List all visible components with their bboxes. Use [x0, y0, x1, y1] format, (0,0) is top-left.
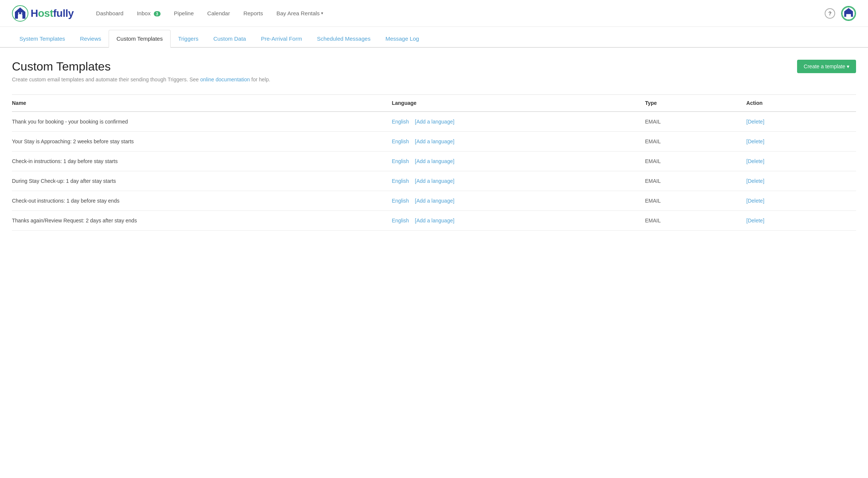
main-nav: Dashboard Inbox 3 Pipeline Calendar Repo…: [96, 10, 825, 16]
inbox-badge: 3: [154, 11, 161, 16]
page-header: Custom Templates Create a template ▾: [12, 60, 856, 74]
add-language-link[interactable]: [Add a language]: [415, 218, 454, 224]
add-language-link[interactable]: [Add a language]: [415, 119, 454, 125]
tab-pre-arrival-form[interactable]: Pre-Arrival Form: [253, 30, 309, 48]
tab-custom-data[interactable]: Custom Data: [206, 30, 253, 48]
row-type: EMAIL: [645, 112, 746, 132]
table-row: During Stay Check-up: 1 day after stay s…: [12, 171, 856, 191]
row-name: Your Stay is Approaching: 2 weeks before…: [12, 132, 392, 151]
language-link[interactable]: English: [392, 138, 409, 144]
templates-table-wrap: Name Language Type Action Thank you for …: [12, 94, 856, 231]
row-action: [Delete]: [746, 112, 856, 132]
templates-table: Name Language Type Action Thank you for …: [12, 95, 856, 231]
header: H Hostfully Dashboard Inbox 3 Pipeline C…: [0, 0, 868, 27]
delete-link[interactable]: [Delete]: [746, 218, 764, 224]
page-description: Create custom email templates and automa…: [12, 76, 856, 82]
tab-system-templates[interactable]: System Templates: [12, 30, 72, 48]
tab-custom-templates[interactable]: Custom Templates: [109, 30, 171, 48]
row-name: Thank you for booking - your booking is …: [12, 112, 392, 132]
help-button[interactable]: ?: [825, 8, 835, 19]
col-action: Action: [746, 95, 856, 112]
add-language-link[interactable]: [Add a language]: [415, 198, 454, 204]
row-type: EMAIL: [645, 191, 746, 211]
col-language: Language: [392, 95, 645, 112]
chevron-down-icon: ▾: [321, 11, 323, 16]
table-row: Check-out instructions: 1 day before sta…: [12, 191, 856, 211]
add-language-link[interactable]: [Add a language]: [415, 138, 454, 144]
language-link[interactable]: English: [392, 158, 409, 164]
col-type: Type: [645, 95, 746, 112]
nav-account[interactable]: Bay Area Rentals ▾: [276, 10, 323, 16]
main-content: Custom Templates Create a template ▾ Cre…: [0, 48, 868, 231]
page-title: Custom Templates: [12, 60, 111, 74]
add-language-link[interactable]: [Add a language]: [415, 178, 454, 184]
row-name: Thanks again/Review Request: 2 days afte…: [12, 211, 392, 231]
row-type: EMAIL: [645, 132, 746, 151]
row-language: English [Add a language]: [392, 132, 645, 151]
table-header: Name Language Type Action: [12, 95, 856, 112]
language-link[interactable]: English: [392, 119, 409, 125]
row-action: [Delete]: [746, 211, 856, 231]
tab-triggers[interactable]: Triggers: [171, 30, 206, 48]
row-action: [Delete]: [746, 191, 856, 211]
nav-dashboard[interactable]: Dashboard: [96, 10, 123, 16]
row-type: EMAIL: [645, 171, 746, 191]
nav-calendar[interactable]: Calendar: [207, 10, 230, 16]
nav-pipeline[interactable]: Pipeline: [174, 10, 194, 16]
row-language: English [Add a language]: [392, 211, 645, 231]
delete-link[interactable]: [Delete]: [746, 158, 764, 164]
row-name: Check-in instructions: 1 day before stay…: [12, 151, 392, 171]
table-row: Check-in instructions: 1 day before stay…: [12, 151, 856, 171]
delete-link[interactable]: [Delete]: [746, 119, 764, 125]
row-name: Check-out instructions: 1 day before sta…: [12, 191, 392, 211]
nav-right: ?: [825, 6, 856, 21]
col-name: Name: [12, 95, 392, 112]
svg-text:H: H: [18, 11, 23, 19]
row-action: [Delete]: [746, 132, 856, 151]
delete-link[interactable]: [Delete]: [746, 138, 764, 144]
tab-scheduled-messages[interactable]: Scheduled Messages: [309, 30, 378, 48]
online-documentation-link[interactable]: online documentation: [200, 76, 250, 82]
table-row: Thanks again/Review Request: 2 days afte…: [12, 211, 856, 231]
tab-message-log[interactable]: Message Log: [378, 30, 426, 48]
language-link[interactable]: English: [392, 218, 409, 224]
row-action: [Delete]: [746, 171, 856, 191]
create-template-button[interactable]: Create a template ▾: [797, 60, 856, 73]
table-body: Thank you for booking - your booking is …: [12, 112, 856, 231]
row-action: [Delete]: [746, 151, 856, 171]
language-link[interactable]: English: [392, 198, 409, 204]
table-row: Thank you for booking - your booking is …: [12, 112, 856, 132]
nav-reports[interactable]: Reports: [243, 10, 263, 16]
delete-link[interactable]: [Delete]: [746, 178, 764, 184]
row-name: During Stay Check-up: 1 day after stay s…: [12, 171, 392, 191]
delete-link[interactable]: [Delete]: [746, 198, 764, 204]
tabs-nav: System Templates Reviews Custom Template…: [0, 30, 868, 48]
add-language-link[interactable]: [Add a language]: [415, 158, 454, 164]
tab-reviews[interactable]: Reviews: [72, 30, 109, 48]
row-language: English [Add a language]: [392, 151, 645, 171]
nav-inbox[interactable]: Inbox 3: [137, 10, 161, 16]
table-row: Your Stay is Approaching: 2 weeks before…: [12, 132, 856, 151]
row-type: EMAIL: [645, 151, 746, 171]
logo[interactable]: H Hostfully: [12, 5, 74, 22]
logo-text: Hostfully: [31, 7, 74, 19]
row-language: English [Add a language]: [392, 112, 645, 132]
row-type: EMAIL: [645, 211, 746, 231]
language-link[interactable]: English: [392, 178, 409, 184]
row-language: English [Add a language]: [392, 171, 645, 191]
avatar[interactable]: [841, 6, 856, 21]
row-language: English [Add a language]: [392, 191, 645, 211]
